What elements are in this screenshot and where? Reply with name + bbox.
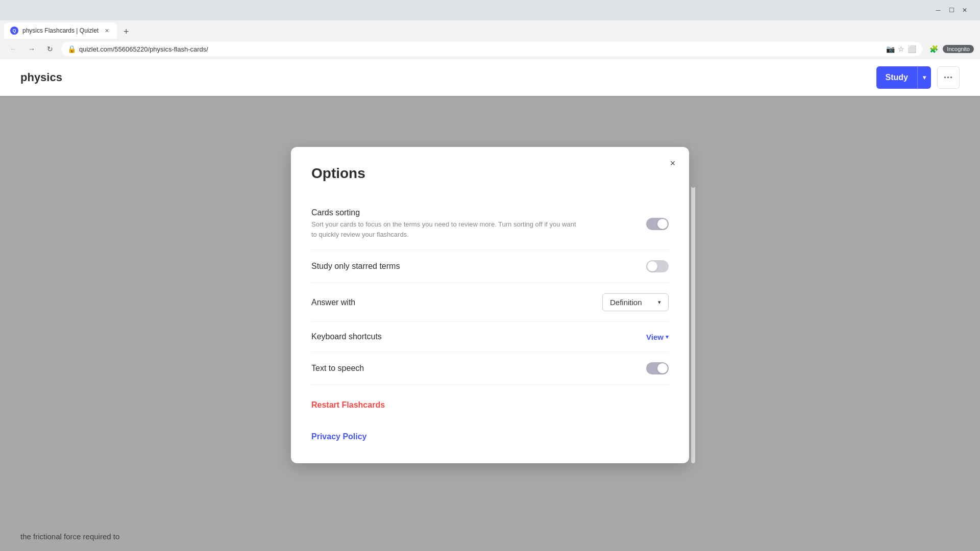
tab-favicon: Q	[10, 27, 18, 35]
header-actions: Study ▾ ···	[876, 66, 960, 89]
study-button[interactable]: Study ▾	[876, 66, 931, 89]
modal-title: Options	[311, 165, 669, 182]
study-button-label: Study	[876, 73, 917, 82]
starred-label: Study only starred terms	[311, 262, 646, 271]
browser-chrome: ─ ☐ ✕ Q physics Flashcards | Quizlet ✕ +…	[0, 0, 980, 59]
option-row-starred: Study only starred terms	[311, 250, 669, 283]
page-header: physics Study ▾ ···	[0, 59, 980, 96]
toggle-thumb	[647, 261, 657, 271]
browser-actions: 🧩 Incognito	[926, 42, 974, 56]
answer-with-label: Answer with	[311, 298, 602, 307]
option-row-keyboard-shortcuts: Keyboard shortcuts View ▾	[311, 322, 669, 352]
window-controls: ─ ☐ ✕	[933, 5, 970, 15]
new-tab-button[interactable]: +	[119, 24, 133, 39]
dropdown-value: Definition	[610, 298, 642, 307]
toggle-thumb	[657, 219, 668, 229]
study-chevron-icon[interactable]: ▾	[917, 66, 931, 89]
modal-close-button[interactable]: ×	[665, 155, 681, 171]
option-label-group: Text to speech	[311, 364, 646, 373]
lock-icon: 🔒	[67, 45, 76, 53]
option-label-group: Study only starred terms	[311, 262, 646, 271]
modal-container: × Options Cards sorting Sort your cards …	[291, 147, 689, 463]
reload-button[interactable]: ↻	[43, 42, 57, 56]
view-chevron-icon: ▾	[666, 334, 669, 340]
option-row-text-to-speech: Text to speech	[311, 352, 669, 385]
option-row-answer-with: Answer with Definition ▾	[311, 283, 669, 322]
cards-sorting-toggle[interactable]	[646, 218, 669, 230]
option-label-group: Cards sorting Sort your cards to focus o…	[311, 208, 646, 239]
toggle-thumb	[657, 363, 668, 373]
star-icon[interactable]: ☆	[898, 45, 904, 53]
forward-button[interactable]: →	[24, 42, 39, 56]
camera-icon[interactable]: 📷	[886, 45, 895, 53]
tablet-icon[interactable]: ⬜	[908, 45, 916, 53]
tab-title: physics Flashcards | Quizlet	[22, 27, 99, 34]
extensions-button[interactable]: 🧩	[926, 42, 941, 56]
tab-close-button[interactable]: ✕	[103, 27, 111, 35]
privacy-policy-link[interactable]: Privacy Policy	[311, 427, 367, 446]
maximize-button[interactable]: ☐	[946, 5, 957, 15]
url-text: quizlet.com/556065220/physics-flash-card…	[79, 45, 883, 53]
keyboard-shortcuts-label: Keyboard shortcuts	[311, 332, 646, 341]
omnibox-bar: ← → ↻ 🔒 quizlet.com/556065220/physics-fl…	[0, 39, 980, 59]
answer-with-dropdown[interactable]: Definition ▾	[602, 293, 669, 311]
more-options-button[interactable]: ···	[937, 66, 960, 89]
page-content: physics Study ▾ ··· the frictional force…	[0, 59, 980, 551]
options-modal: × Options Cards sorting Sort your cards …	[291, 147, 689, 463]
view-shortcuts-link[interactable]: View ▾	[646, 333, 669, 341]
cards-sorting-label: Cards sorting	[311, 208, 646, 217]
page-title: physics	[20, 71, 62, 84]
incognito-badge[interactable]: Incognito	[943, 45, 974, 53]
tabs-bar: Q physics Flashcards | Quizlet ✕ +	[0, 20, 980, 39]
close-window-button[interactable]: ✕	[960, 5, 970, 15]
minimize-button[interactable]: ─	[933, 5, 943, 15]
modal-scrollbar[interactable]	[691, 147, 695, 463]
option-row-cards-sorting: Cards sorting Sort your cards to focus o…	[311, 198, 669, 250]
view-link-label: View	[646, 333, 664, 341]
scrollbar-thumb	[691, 147, 695, 188]
modal-overlay[interactable]: × Options Cards sorting Sort your cards …	[0, 96, 980, 551]
starred-toggle[interactable]	[646, 260, 669, 272]
restart-flashcards-link[interactable]: Restart Flashcards	[311, 395, 385, 415]
back-button[interactable]: ←	[6, 42, 20, 56]
active-tab[interactable]: Q physics Flashcards | Quizlet ✕	[4, 22, 117, 39]
omnibox-icons: 📷 ☆ ⬜	[886, 45, 916, 53]
text-to-speech-label: Text to speech	[311, 364, 646, 373]
title-bar: ─ ☐ ✕	[0, 0, 980, 20]
text-to-speech-toggle[interactable]	[646, 362, 669, 374]
option-label-group: Answer with	[311, 298, 602, 307]
options-list: Cards sorting Sort your cards to focus o…	[311, 198, 669, 457]
option-label-group: Keyboard shortcuts	[311, 332, 646, 341]
option-row-privacy: Privacy Policy	[311, 425, 669, 457]
option-row-restart: Restart Flashcards	[311, 385, 669, 425]
cards-sorting-description: Sort your cards to focus on the terms yo…	[311, 219, 577, 239]
dropdown-chevron-icon: ▾	[658, 299, 661, 306]
address-bar[interactable]: 🔒 quizlet.com/556065220/physics-flash-ca…	[61, 42, 922, 56]
